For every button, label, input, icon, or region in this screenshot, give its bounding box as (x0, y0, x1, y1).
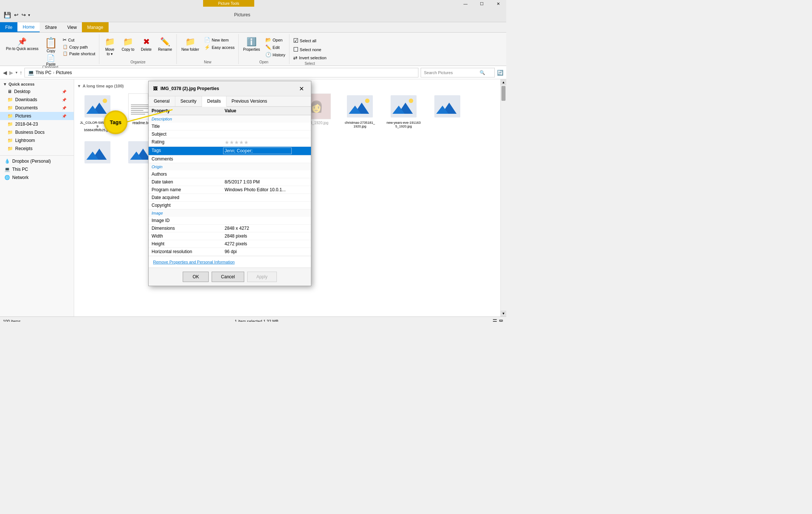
dialog-footer: OK Cancel Apply (149, 268, 311, 286)
section-description: Description (149, 115, 311, 123)
props-row-dimensions: Dimensions 2848 x 4272 (149, 225, 311, 232)
tags-input[interactable] (223, 147, 292, 154)
props-row-height: Height 4272 pixels (149, 240, 311, 248)
dialog-tab-general[interactable]: General (149, 96, 175, 106)
props-row-copyright: Copyright (149, 202, 311, 209)
dialog-cancel-button[interactable]: Cancel (212, 272, 244, 282)
props-row-date-taken: Date taken 8/5/2017 1:03 PM (149, 178, 311, 186)
dialog-file-icon: 🖼 (153, 86, 158, 91)
remove-properties-link[interactable]: Remove Properties and Personal Informati… (153, 260, 235, 264)
props-row-tags[interactable]: Tags (149, 147, 311, 155)
dialog-tab-security[interactable]: Security (175, 96, 202, 106)
props-row-v-res: Vertical resolution 96 dpi (149, 256, 311, 256)
properties-dialog: 🖼 IMG_0378 (2).jpg Properties ✕ General … (148, 81, 311, 286)
props-row-authors: Authors (149, 170, 311, 178)
dialog-apply-button[interactable]: Apply (247, 272, 277, 282)
tags-bubble: Tags (104, 110, 127, 134)
tags-callout: Tags (104, 110, 127, 134)
props-row-date-acquired: Date acquired (149, 194, 311, 202)
props-row-image-id: Image ID (149, 217, 311, 225)
props-row-width: Width 2848 pixels (149, 232, 311, 240)
props-row-title: Title (149, 123, 311, 130)
dialog-close-button[interactable]: ✕ (296, 84, 306, 93)
props-row-h-res: Horizontal resolution 96 dpi (149, 248, 311, 256)
props-scroll-area: Description Title Subject Rating ★★★★★ T… (149, 115, 311, 256)
dialog-tab-details[interactable]: Details (202, 96, 226, 107)
section-image: Image (149, 209, 311, 217)
dialog-title: 🖼 IMG_0378 (2).jpg Properties (153, 86, 219, 91)
dialog-ok-button[interactable]: OK (183, 272, 209, 282)
dialog-title-bar: 🖼 IMG_0378 (2).jpg Properties ✕ (149, 81, 311, 96)
props-row-program: Program name Windows Photo Editor 10.0.1… (149, 186, 311, 194)
dialog-tab-previous-versions[interactable]: Previous Versions (226, 96, 272, 106)
dialog-tabs: General Security Details Previous Versio… (149, 96, 311, 107)
props-row-subject: Subject (149, 130, 311, 138)
props-row-comments: Comments (149, 155, 311, 163)
props-row-rating: Rating ★★★★★ (149, 138, 311, 147)
dialog-overlay: 🖼 IMG_0378 (2).jpg Properties ✕ General … (0, 0, 506, 322)
section-origin: Origin (149, 163, 311, 170)
props-table-header: Property Value (149, 107, 311, 115)
